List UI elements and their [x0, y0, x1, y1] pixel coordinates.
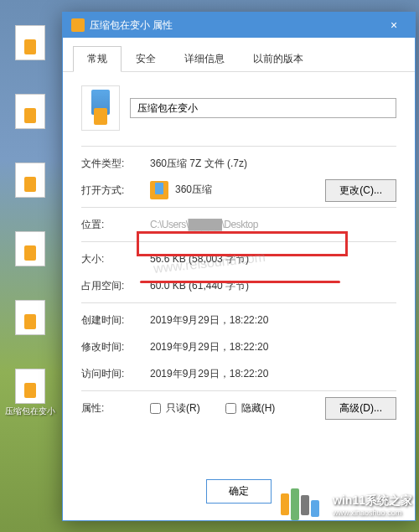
location-value: C:\Users\█████\Desktop	[150, 219, 396, 230]
readonly-label: 只读(R)	[166, 401, 200, 416]
tab-content: 文件类型: 360压缩 7Z 文件 (.7z) 打开方式: 360压缩 更改(C…	[63, 72, 415, 435]
properties-dialog: 压缩包在变小 属性 × 常规 安全 详细信息 以前的版本 文件类型: 360压缩…	[62, 12, 416, 521]
desktop-icon-label: 压缩包在变小	[5, 406, 55, 416]
desktop-icon[interactable]	[5, 25, 55, 62]
modified-label: 修改时间:	[81, 340, 150, 354]
openwith-value: 360压缩	[150, 181, 325, 199]
hidden-input[interactable]	[225, 403, 236, 414]
hidden-label: 隐藏(H)	[241, 401, 276, 416]
desktop-icon[interactable]	[5, 163, 55, 199]
desktop-icon[interactable]	[5, 231, 55, 268]
desktop-icon[interactable]: 压缩包在变小	[5, 369, 55, 417]
location-label: 位置:	[81, 218, 150, 232]
tab-previous[interactable]: 以前的版本	[239, 46, 318, 71]
size-label: 大小:	[81, 252, 150, 266]
modified-value: 2019年9月29日，18:22:20	[150, 340, 396, 354]
archive-icon	[71, 18, 85, 32]
openwith-label: 打开方式:	[81, 183, 150, 198]
window-title: 压缩包在变小 属性	[90, 18, 173, 33]
ok-button[interactable]: 确定	[206, 479, 272, 504]
tab-security[interactable]: 安全	[122, 46, 170, 71]
filetype-label: 文件类型:	[81, 157, 150, 171]
diskspace-value: 60.0 KB (61,440 字节)	[150, 279, 396, 293]
accessed-value: 2019年9月29日，18:22:20	[150, 367, 396, 381]
advanced-button[interactable]: 高级(D)...	[325, 397, 396, 420]
site-logo-icon	[281, 485, 326, 525]
accessed-label: 访问时间:	[81, 367, 150, 381]
change-button[interactable]: 更改(C)...	[325, 179, 396, 202]
desktop-icon[interactable]	[5, 94, 55, 131]
size-value: 56.6 KB (58,003 字节)	[150, 252, 396, 266]
tabs: 常规 安全 详细信息 以前的版本	[63, 38, 415, 72]
created-label: 创建时间:	[81, 313, 150, 328]
filetype-value: 360压缩 7Z 文件 (.7z)	[150, 157, 396, 171]
attributes-label: 属性:	[81, 401, 150, 416]
site-branding: win11系统之家 www.xinaoshuo.com	[281, 485, 412, 525]
created-value: 2019年9月29日，18:22:20	[150, 313, 396, 328]
titlebar[interactable]: 压缩包在变小 属性 ×	[63, 13, 415, 38]
site-url: www.xinaoshuo.com	[333, 509, 412, 517]
diskspace-label: 占用空间:	[81, 279, 150, 293]
hidden-checkbox[interactable]: 隐藏(H)	[225, 401, 276, 416]
tab-general[interactable]: 常规	[73, 46, 122, 72]
tab-details[interactable]: 详细信息	[170, 46, 239, 71]
site-name: win11系统之家	[333, 493, 412, 509]
readonly-checkbox[interactable]: 只读(R)	[150, 401, 200, 416]
readonly-input[interactable]	[150, 403, 161, 414]
close-button[interactable]: ×	[381, 18, 406, 32]
filename-input[interactable]	[130, 98, 396, 118]
desktop-icon[interactable]	[5, 300, 55, 337]
file-type-icon	[81, 85, 120, 131]
app-icon	[150, 181, 168, 199]
